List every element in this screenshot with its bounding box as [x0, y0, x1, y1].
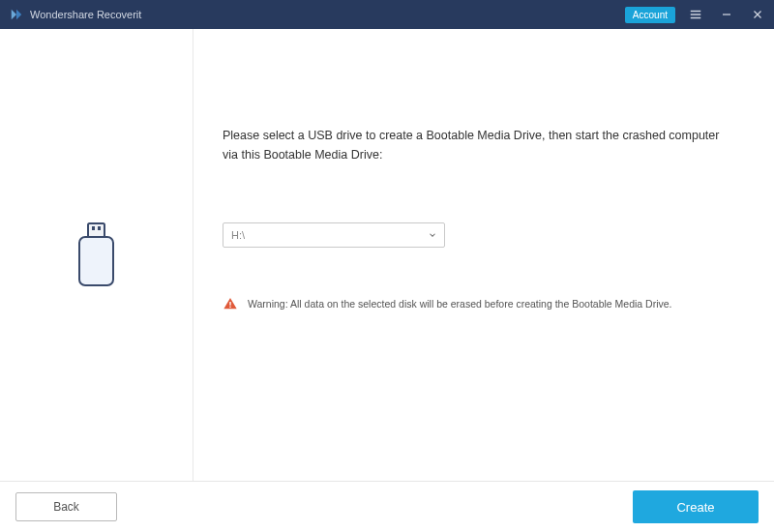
close-icon[interactable] [747, 4, 768, 25]
warning-text: Warning: All data on the selected disk w… [248, 298, 672, 310]
warning-row: Warning: All data on the selected disk w… [223, 296, 735, 311]
drive-select[interactable] [223, 222, 445, 248]
account-button[interactable]: Account [625, 7, 675, 23]
drive-select-wrap [223, 222, 445, 248]
svg-rect-11 [229, 307, 230, 308]
app-window: Wondershare Recoverit Account [0, 0, 774, 532]
app-logo-icon [10, 8, 23, 21]
content-panel: Please select a USB drive to create a Bo… [194, 29, 774, 481]
instruction-text: Please select a USB drive to create a Bo… [223, 126, 735, 164]
menu-icon[interactable] [685, 4, 706, 25]
titlebar-left: Wondershare Recoverit [10, 8, 141, 21]
app-title: Wondershare Recoverit [30, 9, 141, 20]
create-button[interactable]: Create [633, 490, 759, 523]
minimize-icon[interactable] [716, 4, 737, 25]
footer-bar: Back Create [0, 482, 774, 532]
titlebar: Wondershare Recoverit Account [0, 0, 774, 29]
titlebar-right: Account [625, 4, 768, 25]
svg-rect-9 [79, 237, 113, 285]
svg-rect-7 [92, 226, 95, 230]
svg-rect-8 [98, 226, 101, 230]
usb-drive-icon [74, 222, 118, 289]
back-button[interactable]: Back [15, 492, 117, 521]
side-panel [0, 29, 194, 481]
warning-icon [223, 296, 238, 311]
svg-rect-6 [88, 223, 104, 237]
main-area: Please select a USB drive to create a Bo… [0, 29, 774, 482]
svg-rect-10 [229, 302, 230, 306]
